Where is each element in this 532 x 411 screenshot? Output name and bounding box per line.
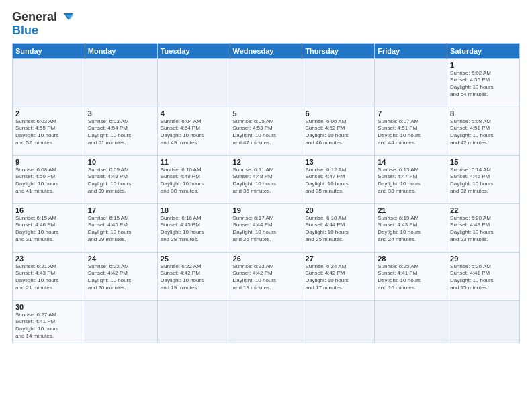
calendar-day-cell: 16Sunrise: 6:15 AM Sunset: 4:46 PM Dayli… (13, 203, 85, 252)
day-number: 28 (378, 255, 444, 263)
day-number: 12 (233, 158, 300, 166)
calendar-day-cell: 25Sunrise: 6:22 AM Sunset: 4:42 PM Dayli… (157, 252, 230, 300)
weekday-header-row: SundayMondayTuesdayWednesdayThursdayFrid… (13, 43, 520, 58)
calendar-day-cell: 11Sunrise: 6:10 AM Sunset: 4:49 PM Dayli… (157, 155, 230, 203)
calendar-page: General Blue SundayMondayTuesdayWednesda… (0, 0, 532, 411)
calendar-week-row: 30Sunrise: 6:27 AM Sunset: 4:41 PM Dayli… (13, 300, 520, 342)
day-info: Sunrise: 6:15 AM Sunset: 4:46 PM Dayligh… (15, 215, 82, 244)
day-number: 27 (305, 255, 371, 263)
day-info: Sunrise: 6:21 AM Sunset: 4:43 PM Dayligh… (15, 263, 82, 292)
calendar-day-cell: 4Sunrise: 6:04 AM Sunset: 4:54 PM Daylig… (157, 107, 230, 155)
calendar-day-cell (447, 300, 520, 342)
day-info: Sunrise: 6:16 AM Sunset: 4:45 PM Dayligh… (161, 215, 227, 244)
calendar-week-row: 9Sunrise: 6:08 AM Sunset: 4:50 PM Daylig… (13, 155, 520, 203)
day-number: 6 (305, 109, 371, 118)
day-info: Sunrise: 6:10 AM Sunset: 4:49 PM Dayligh… (161, 167, 227, 195)
day-info: Sunrise: 6:02 AM Sunset: 4:56 PM Dayligh… (450, 70, 517, 99)
calendar-day-cell: 20Sunrise: 6:18 AM Sunset: 4:44 PM Dayli… (302, 203, 375, 252)
day-number: 11 (161, 158, 227, 166)
day-number: 7 (378, 109, 444, 118)
day-info: Sunrise: 6:20 AM Sunset: 4:43 PM Dayligh… (450, 215, 517, 244)
calendar-day-cell: 1Sunrise: 6:02 AM Sunset: 4:56 PM Daylig… (447, 58, 520, 107)
day-info: Sunrise: 6:15 AM Sunset: 4:45 PM Dayligh… (88, 215, 154, 244)
day-info: Sunrise: 6:05 AM Sunset: 4:53 PM Dayligh… (233, 118, 300, 147)
calendar-day-cell: 17Sunrise: 6:15 AM Sunset: 4:45 PM Dayli… (85, 203, 157, 252)
day-number: 24 (88, 255, 154, 263)
logo-general: General (12, 11, 57, 24)
day-info: Sunrise: 6:03 AM Sunset: 4:54 PM Dayligh… (88, 118, 154, 147)
calendar-day-cell: 8Sunrise: 6:08 AM Sunset: 4:51 PM Daylig… (447, 107, 520, 155)
calendar-day-cell: 13Sunrise: 6:12 AM Sunset: 4:47 PM Dayli… (302, 155, 375, 203)
day-number: 14 (378, 158, 444, 166)
calendar-day-cell: 7Sunrise: 6:07 AM Sunset: 4:51 PM Daylig… (375, 107, 447, 155)
calendar-day-cell (302, 58, 375, 107)
day-info: Sunrise: 6:23 AM Sunset: 4:42 PM Dayligh… (233, 263, 300, 292)
day-info: Sunrise: 6:25 AM Sunset: 4:41 PM Dayligh… (378, 263, 444, 292)
day-info: Sunrise: 6:08 AM Sunset: 4:50 PM Dayligh… (15, 167, 82, 195)
day-info: Sunrise: 6:08 AM Sunset: 4:51 PM Dayligh… (450, 118, 517, 147)
logo-blue: Blue (12, 24, 38, 38)
calendar-day-cell: 2Sunrise: 6:03 AM Sunset: 4:55 PM Daylig… (13, 107, 85, 155)
day-number: 30 (15, 303, 82, 311)
day-number: 10 (88, 158, 154, 166)
day-info: Sunrise: 6:09 AM Sunset: 4:49 PM Dayligh… (88, 167, 154, 195)
day-info: Sunrise: 6:24 AM Sunset: 4:42 PM Dayligh… (305, 263, 371, 292)
calendar-day-cell: 18Sunrise: 6:16 AM Sunset: 4:45 PM Dayli… (157, 203, 230, 252)
calendar-week-row: 2Sunrise: 6:03 AM Sunset: 4:55 PM Daylig… (13, 107, 520, 155)
day-number: 21 (378, 206, 444, 214)
calendar-day-cell: 23Sunrise: 6:21 AM Sunset: 4:43 PM Dayli… (13, 252, 85, 300)
day-info: Sunrise: 6:07 AM Sunset: 4:51 PM Dayligh… (378, 118, 444, 147)
day-info: Sunrise: 6:04 AM Sunset: 4:54 PM Dayligh… (161, 118, 227, 147)
calendar-day-cell (85, 300, 157, 342)
day-number: 4 (161, 109, 227, 118)
calendar-day-cell: 14Sunrise: 6:13 AM Sunset: 4:47 PM Dayli… (375, 155, 447, 203)
day-number: 3 (88, 109, 154, 118)
day-info: Sunrise: 6:13 AM Sunset: 4:47 PM Dayligh… (378, 167, 444, 195)
calendar-day-cell: 19Sunrise: 6:17 AM Sunset: 4:44 PM Dayli… (230, 203, 302, 252)
day-number: 1 (450, 61, 517, 69)
calendar-day-cell: 6Sunrise: 6:06 AM Sunset: 4:52 PM Daylig… (302, 107, 375, 155)
calendar-week-row: 23Sunrise: 6:21 AM Sunset: 4:43 PM Dayli… (13, 252, 520, 300)
calendar-day-cell: 15Sunrise: 6:14 AM Sunset: 4:46 PM Dayli… (447, 155, 520, 203)
calendar-week-row: 16Sunrise: 6:15 AM Sunset: 4:46 PM Dayli… (13, 203, 520, 252)
weekday-header-saturday: Saturday (447, 43, 520, 58)
calendar-day-cell: 12Sunrise: 6:11 AM Sunset: 4:48 PM Dayli… (230, 155, 302, 203)
day-number: 13 (305, 158, 371, 166)
day-number: 8 (450, 109, 517, 118)
day-number: 5 (233, 109, 300, 118)
day-number: 20 (305, 206, 371, 214)
day-number: 2 (15, 109, 82, 118)
calendar-day-cell: 5Sunrise: 6:05 AM Sunset: 4:53 PM Daylig… (230, 107, 302, 155)
day-number: 25 (161, 255, 227, 263)
day-number: 26 (233, 255, 300, 263)
calendar-day-cell: 3Sunrise: 6:03 AM Sunset: 4:54 PM Daylig… (85, 107, 157, 155)
day-info: Sunrise: 6:22 AM Sunset: 4:42 PM Dayligh… (161, 263, 227, 292)
weekday-header-friday: Friday (375, 43, 447, 58)
weekday-header-tuesday: Tuesday (157, 43, 230, 58)
day-info: Sunrise: 6:19 AM Sunset: 4:43 PM Dayligh… (378, 215, 444, 244)
calendar-day-cell: 21Sunrise: 6:19 AM Sunset: 4:43 PM Dayli… (375, 203, 447, 252)
calendar-day-cell: 29Sunrise: 6:26 AM Sunset: 4:41 PM Dayli… (447, 252, 520, 300)
day-info: Sunrise: 6:26 AM Sunset: 4:41 PM Dayligh… (450, 263, 517, 292)
day-info: Sunrise: 6:03 AM Sunset: 4:55 PM Dayligh… (15, 118, 82, 147)
calendar-day-cell (230, 300, 302, 342)
day-number: 18 (161, 206, 227, 214)
weekday-header-wednesday: Wednesday (230, 43, 302, 58)
day-info: Sunrise: 6:18 AM Sunset: 4:44 PM Dayligh… (305, 215, 371, 244)
calendar-day-cell (375, 300, 447, 342)
day-number: 22 (450, 206, 517, 214)
day-number: 9 (15, 158, 82, 166)
calendar-table: SundayMondayTuesdayWednesdayThursdayFrid… (12, 43, 520, 343)
logo: General Blue (12, 11, 73, 38)
calendar-day-cell: 30Sunrise: 6:27 AM Sunset: 4:41 PM Dayli… (13, 300, 85, 342)
calendar-day-cell (302, 300, 375, 342)
header: General Blue (12, 11, 520, 38)
day-info: Sunrise: 6:22 AM Sunset: 4:42 PM Dayligh… (88, 263, 154, 292)
calendar-day-cell: 27Sunrise: 6:24 AM Sunset: 4:42 PM Dayli… (302, 252, 375, 300)
day-info: Sunrise: 6:12 AM Sunset: 4:47 PM Dayligh… (305, 167, 371, 195)
calendar-day-cell (85, 58, 157, 107)
day-number: 23 (15, 255, 82, 263)
logo-bird-icon (58, 12, 73, 23)
day-number: 19 (233, 206, 300, 214)
day-info: Sunrise: 6:11 AM Sunset: 4:48 PM Dayligh… (233, 167, 300, 195)
